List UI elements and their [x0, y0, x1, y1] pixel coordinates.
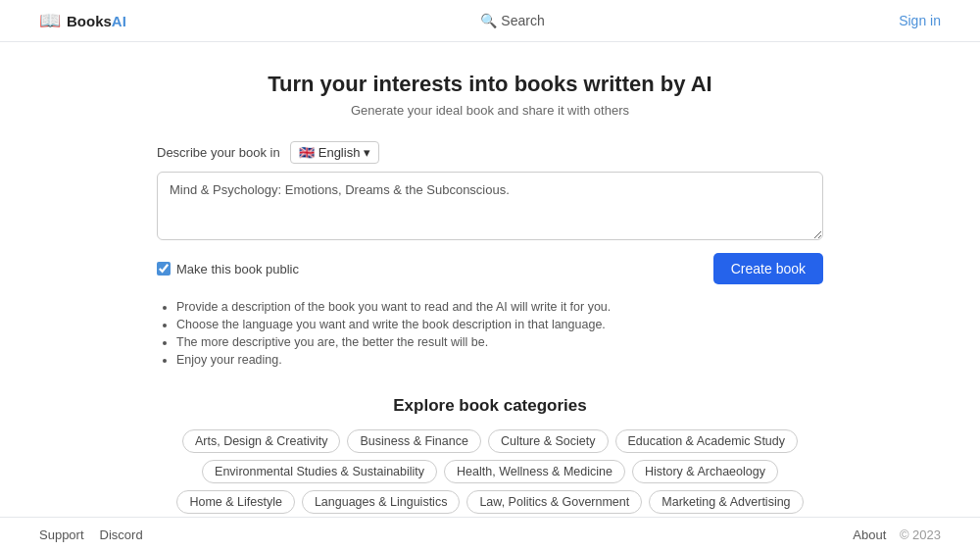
book-icon: 📖: [39, 10, 61, 31]
book-form: Describe your book in 🇬🇧 English ▾ Mind …: [157, 141, 823, 367]
language-select[interactable]: 🇬🇧 English ▾: [290, 141, 380, 164]
category-tag[interactable]: Law, Politics & Government: [466, 490, 642, 514]
category-tag[interactable]: Education & Academic Study: [615, 429, 799, 453]
category-tag[interactable]: Marketing & Advertising: [649, 490, 803, 514]
public-checkbox[interactable]: [157, 262, 171, 276]
footer-links: Support Discord: [39, 527, 143, 542]
hints-list: Provide a description of the book you wa…: [157, 300, 823, 367]
logo-text: BooksAI: [67, 13, 126, 29]
create-book-button[interactable]: Create book: [713, 253, 823, 284]
signin-button[interactable]: Sign in: [899, 13, 941, 28]
flag-icon: 🇬🇧: [299, 145, 315, 160]
footer-right: About © 2023: [853, 527, 941, 542]
logo-books: Books: [67, 13, 112, 29]
hint-item: Choose the language you want and write t…: [176, 318, 823, 331]
hint-item: Enjoy your reading.: [176, 353, 823, 367]
category-tag[interactable]: Environmental Studies & Sustainability: [202, 460, 437, 483]
category-tag[interactable]: Culture & Society: [488, 429, 609, 453]
copyright: © 2023: [900, 527, 941, 542]
chevron-down-icon: ▾: [364, 145, 370, 160]
category-tag[interactable]: Languages & Linguistics: [302, 490, 461, 514]
category-tag[interactable]: History & Archaeology: [632, 460, 778, 483]
hint-item: The more descriptive you are, the better…: [176, 335, 823, 349]
describe-row: Describe your book in 🇬🇧 English ▾: [157, 141, 823, 164]
site-header: 📖 BooksAI 🔍 Search Sign in: [0, 0, 980, 42]
public-checkbox-row: Make this book public: [157, 262, 299, 276]
support-link[interactable]: Support: [39, 527, 84, 542]
hint-item: Provide a description of the book you wa…: [176, 300, 823, 314]
signin-label: Sign in: [899, 13, 941, 28]
category-tag[interactable]: Health, Wellness & Medicine: [444, 460, 625, 483]
form-footer: Make this book public Create book: [157, 253, 823, 284]
search-label: Search: [501, 13, 544, 28]
category-tag[interactable]: Home & Lifestyle: [176, 490, 294, 514]
main-content: Turn your interests into books written b…: [137, 42, 843, 552]
category-tag[interactable]: Arts, Design & Creativity: [182, 429, 340, 453]
hero-subtitle: Generate your ideal book and share it wi…: [157, 103, 823, 118]
about-link[interactable]: About: [853, 527, 886, 542]
search-icon: 🔍: [480, 13, 497, 28]
describe-label: Describe your book in: [157, 145, 280, 160]
hero-title: Turn your interests into books written b…: [157, 72, 823, 97]
search-button[interactable]: 🔍 Search: [480, 13, 544, 28]
site-footer: Support Discord About © 2023: [0, 517, 980, 552]
logo-ai: AI: [112, 13, 126, 29]
logo-area: 📖 BooksAI: [39, 10, 126, 31]
book-description-input[interactable]: Mind & Psychology: Emotions, Dreams & th…: [157, 172, 823, 240]
public-checkbox-label: Make this book public: [176, 262, 299, 276]
discord-link[interactable]: Discord: [100, 527, 143, 542]
language-value: English: [318, 145, 361, 160]
categories-title: Explore book categories: [157, 396, 823, 416]
category-tag[interactable]: Business & Finance: [347, 429, 480, 453]
